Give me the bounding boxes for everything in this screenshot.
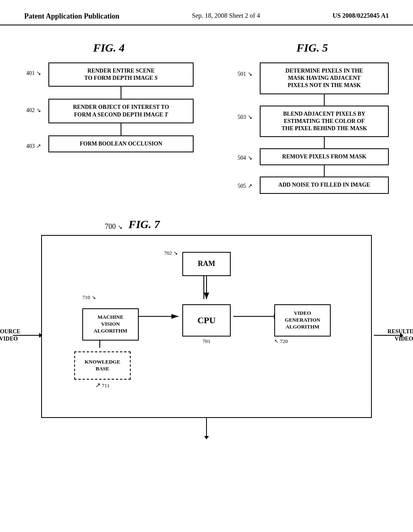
fig5-step-505: 505 ↗ ADD NOISE TO FILLED IN IMAGE	[260, 177, 389, 193]
fig7-ram-wrap: 702 ↘ RAM	[182, 252, 231, 276]
fig5-title: FIG. 5	[236, 42, 389, 54]
fig4-step-401: 401 ↘ RENDER ENTIRE SCENETO FORM DEPTH I…	[48, 62, 194, 99]
fig5-step-501: 501 ↘ DETERMINE PIXELS IN THEMASK HAVING…	[260, 62, 389, 106]
fig7-title-row: 700 ↘ FIG. 7	[24, 218, 389, 231]
fig7-cpu-box: CPU	[182, 304, 231, 337]
fig7-resulting-video: RESULTING VIDEO	[388, 328, 413, 343]
fig7-cpu-label: 701	[182, 338, 231, 345]
fig4: FIG. 4 401 ↘ RENDER ENTIRE SCENETO FORM …	[24, 42, 194, 152]
step-505-box: ADD NOISE TO FILLED IN IMAGE	[260, 177, 389, 193]
step-505-text: ADD NOISE TO FILLED IN IMAGE	[278, 182, 370, 188]
fig7-vga-wrap: VIDEO GENERATION ALGORITHM ↖ 720	[274, 304, 331, 345]
step-402-label: 402 ↘	[26, 107, 41, 114]
fig7-mva-text: MACHINE VISION ALGORITHM	[94, 314, 127, 335]
fig7-ram-label: 702 ↘	[164, 250, 178, 256]
step-403-box: FORM BOOLEAN OCCLUSION	[48, 135, 194, 152]
fig7-title: FIG. 7	[129, 218, 160, 231]
arrow-402-403	[121, 123, 121, 135]
fig7-mva-box: MACHINE VISION ALGORITHM	[82, 308, 139, 341]
fig7-kb-label: 711	[102, 382, 110, 389]
fig7-bottom-arrowhead	[204, 436, 209, 439]
fig5-flow: 501 ↘ DETERMINE PIXELS IN THEMASK HAVING…	[236, 62, 389, 194]
fig7-vga-label: ↖ 720	[274, 338, 331, 345]
fig7-kb-wrap: KNOWLEDGE BASE ↗ 711	[74, 351, 131, 389]
step-403-text: FORM BOOLEAN OCCLUSION	[80, 141, 163, 147]
fig7-ram-box: RAM	[182, 252, 231, 276]
fig7-vga-text: VIDEO GENERATION ALGORITHM	[285, 310, 320, 330]
fig5: FIG. 5 501 ↘ DETERMINE PIXELS IN THEMASK…	[236, 42, 389, 194]
fig4-title: FIG. 4	[24, 42, 194, 54]
main-content: FIG. 4 401 ↘ RENDER ENTIRE SCENETO FORM …	[0, 25, 413, 452]
fig7-vga-box: VIDEO GENERATION ALGORITHM	[274, 304, 331, 337]
step-402-text: RENDER OBJECT OF INTEREST TOFORM A SECON…	[73, 104, 169, 117]
fig7-kb-text: KNOWLEDGE BASE	[85, 359, 120, 372]
figures-row: FIG. 4 401 ↘ RENDER ENTIRE SCENETO FORM …	[24, 42, 389, 194]
step-402-box: RENDER OBJECT OF INTEREST TOFORM A SECON…	[48, 99, 194, 123]
step-403-label: 403 ↗	[26, 143, 41, 150]
step-401-text: RENDER ENTIRE SCENETO FORM DEPTH IMAGE S	[84, 68, 158, 81]
step-501-text: DETERMINE PIXELS IN THEMASK HAVING ADJAC…	[286, 68, 363, 88]
step-503-label: 503 ↘	[238, 114, 252, 121]
step-504-text: REMOVE PIXELS FROM MASK	[282, 154, 367, 160]
fig7-cpu-wrap: CPU 701	[182, 304, 231, 345]
fig7-bottom-arrow	[206, 418, 207, 436]
fig5-step-503: 503 ↘ BLEND ADJACENT PIXELS BYESTIMATING…	[260, 106, 389, 149]
arrow-503-504	[324, 137, 325, 148]
fig7-ram-text: RAM	[198, 260, 215, 268]
arrow-501-503	[324, 94, 325, 106]
fig7-inner: 702 ↘ RAM CPU 701	[58, 248, 355, 401]
step-401-box: RENDER ENTIRE SCENETO FORM DEPTH IMAGE S	[48, 62, 194, 87]
fig7-mva-label: 710 ↘	[82, 294, 96, 301]
step-501-label: 501 ↘	[238, 71, 252, 77]
fig4-flow: 401 ↘ RENDER ENTIRE SCENETO FORM DEPTH I…	[24, 62, 194, 152]
fig4-step-403: 403 ↗ FORM BOOLEAN OCCLUSION	[48, 135, 194, 152]
step-401-label: 401 ↘	[26, 70, 41, 77]
page-header: Patent Application Publication Sep. 18, …	[0, 0, 413, 25]
header-right: US 2008/0225045 A1	[332, 12, 389, 19]
fig4-step-402: 402 ↘ RENDER OBJECT OF INTEREST TOFORM A…	[48, 99, 194, 135]
step-503-box: BLEND ADJACENT PIXELS BYESTIMATING THE C…	[260, 106, 389, 137]
left-input-arrow	[13, 335, 39, 336]
step-505-label: 505 ↗	[238, 183, 252, 189]
arrow-504-505	[324, 165, 325, 177]
header-center: Sep. 18, 2008 Sheet 2 of 4	[192, 12, 260, 19]
step-501-box: DETERMINE PIXELS IN THEMASK HAVING ADJAC…	[260, 62, 389, 94]
step-504-label: 504 ↘	[238, 154, 252, 161]
arrow-401-402	[121, 87, 121, 99]
fig5-step-504: 504 ↘ REMOVE PIXELS FROM MASK	[260, 148, 389, 177]
fig7-cpu-text: CPU	[197, 315, 215, 326]
fig7-mva-wrap: 710 ↘ MACHINE VISION ALGORITHM	[82, 308, 139, 341]
fig7-kb-box: KNOWLEDGE BASE	[74, 351, 131, 380]
fig7-main-box: 702 ↘ RAM CPU 701	[41, 235, 372, 418]
step-503-text: BLEND ADJACENT PIXELS BYESTIMATING THE C…	[282, 111, 367, 131]
header-left: Patent Application Publication	[24, 12, 119, 21]
fig7-section: 700 ↘ FIG. 7 SOURCE VIDEO	[24, 218, 389, 436]
fig7-outer: SOURCE VIDEO RESULTING VIDEO	[41, 235, 372, 436]
fig7-outer-label: 700 ↘	[105, 222, 123, 231]
step-504-box: REMOVE PIXELS FROM MASK	[260, 148, 389, 165]
